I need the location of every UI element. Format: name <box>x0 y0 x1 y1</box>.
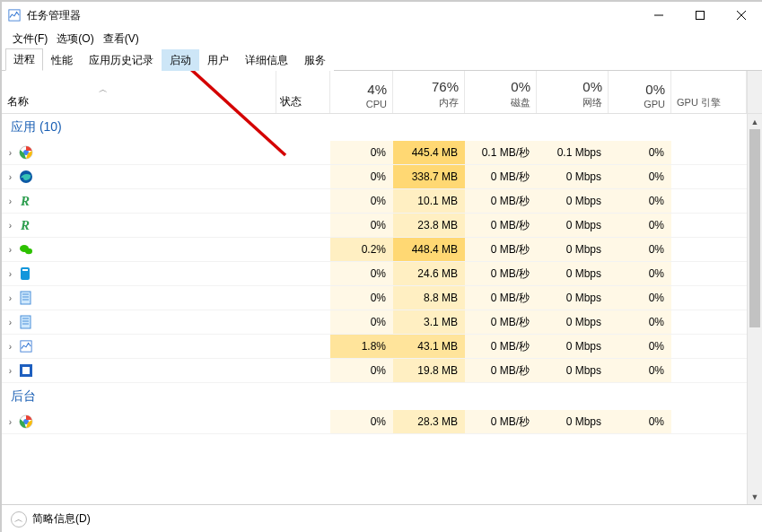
scroll-track[interactable] <box>748 129 762 489</box>
expand-icon[interactable]: › <box>5 417 15 427</box>
column-headers: 名称 ︿ 状态 4% CPU 76% 内存 0% 磁盘 0% 网络 0% GPU… <box>2 71 762 114</box>
vertical-scrollbar[interactable]: ▲ ▼ <box>747 114 762 504</box>
process-row[interactable]: ›R0%10.1 MB0 MB/秒0 Mbps0% <box>2 189 762 214</box>
tab-details[interactable]: 详细信息 <box>237 49 296 71</box>
process-disk-cell: 0 MB/秒 <box>465 410 537 433</box>
process-disk-cell: 0 MB/秒 <box>465 286 537 310</box>
process-row[interactable]: ›0.2%448.4 MB0 MB/秒0 Mbps0% <box>2 238 762 262</box>
process-row[interactable]: ›1.8%43.1 MB0 MB/秒0 Mbps0% <box>2 335 762 359</box>
process-cpu-cell: 0% <box>330 141 393 164</box>
process-cpu-cell: 0% <box>330 189 393 213</box>
process-disk-cell: 0 MB/秒 <box>465 214 537 237</box>
process-name-cell: › <box>2 339 276 353</box>
expand-icon[interactable]: › <box>5 172 15 182</box>
process-icon <box>19 145 33 160</box>
col-header-status[interactable]: 状态 <box>276 71 330 113</box>
tab-startup[interactable]: 启动 <box>162 49 199 71</box>
col-header-gpu-engine[interactable]: GPU 引擎 <box>671 71 747 113</box>
process-network-cell: 0 Mbps <box>537 359 609 382</box>
cpu-total-pct: 4% <box>367 82 387 97</box>
fewer-details-toggle[interactable]: ︿ <box>11 511 27 528</box>
col-header-name-label: 名称 <box>7 94 29 109</box>
process-icon <box>19 315 33 329</box>
col-header-cpu[interactable]: 4% CPU <box>330 71 393 113</box>
expand-icon[interactable]: › <box>5 293 15 303</box>
process-row[interactable]: ›0%28.3 MB0 MB/秒0 Mbps0% <box>2 410 762 434</box>
expand-icon[interactable]: › <box>5 245 15 255</box>
svg-point-11 <box>25 249 32 254</box>
process-cpu-cell: 1.8% <box>330 335 393 358</box>
process-gpu-cell: 0% <box>609 238 671 261</box>
window-buttons <box>638 2 762 29</box>
scroll-thumb[interactable] <box>749 129 760 327</box>
process-cpu-cell: 0% <box>330 262 393 285</box>
process-gpu-cell: 0% <box>609 410 671 433</box>
col-header-disk[interactable]: 0% 磁盘 <box>465 71 537 113</box>
tab-performance[interactable]: 性能 <box>43 49 81 71</box>
menu-options[interactable]: 选项(O) <box>53 31 97 48</box>
svg-rect-14 <box>21 292 31 304</box>
menu-file[interactable]: 文件(F) <box>9 31 51 48</box>
minimize-button[interactable] <box>638 2 679 29</box>
process-row[interactable]: ›0%19.8 MB0 MB/秒0 Mbps0% <box>2 359 762 383</box>
process-disk-cell: 0 MB/秒 <box>465 165 537 188</box>
col-header-name[interactable]: 名称 ︿ <box>2 71 276 113</box>
expand-icon[interactable]: › <box>5 366 15 376</box>
process-cpu-cell: 0% <box>330 165 393 188</box>
process-gpu-cell: 0% <box>609 310 671 334</box>
col-header-memory[interactable]: 76% 内存 <box>393 71 465 113</box>
scroll-up-icon[interactable]: ▲ <box>748 114 762 129</box>
process-gpu-cell: 0% <box>609 189 671 213</box>
group-apps[interactable]: 应用 (10) <box>2 114 762 141</box>
expand-icon[interactable]: › <box>5 342 15 352</box>
scroll-down-icon[interactable]: ▼ <box>748 489 762 504</box>
process-icon <box>19 339 33 353</box>
expand-icon[interactable]: › <box>5 318 15 327</box>
expand-icon[interactable]: › <box>5 148 15 158</box>
process-row[interactable]: ›0%8.8 MB0 MB/秒0 Mbps0% <box>2 286 762 310</box>
process-row[interactable]: ›R0%23.8 MB0 MB/秒0 Mbps0% <box>2 214 762 238</box>
process-network-cell: 0 Mbps <box>537 165 609 188</box>
process-network-cell: 0 Mbps <box>537 262 609 285</box>
titlebar: 任务管理器 <box>2 2 762 29</box>
svg-rect-13 <box>22 269 28 271</box>
process-disk-cell: 0 MB/秒 <box>465 359 537 382</box>
mem-label: 内存 <box>439 96 459 109</box>
process-row[interactable]: ›0%445.4 MB0.1 MB/秒0.1 Mbps0% <box>2 141 762 165</box>
process-gpu-cell: 0% <box>609 262 671 285</box>
process-row[interactable]: ›0%338.7 MB0 MB/秒0 Mbps0% <box>2 165 762 189</box>
group-background[interactable]: 后台 <box>2 383 762 410</box>
svg-rect-18 <box>21 316 31 328</box>
process-icon: R <box>19 218 33 232</box>
svg-rect-24 <box>22 367 30 374</box>
tab-users[interactable]: 用户 <box>199 49 237 71</box>
expand-icon[interactable]: › <box>5 269 15 279</box>
process-icon: R <box>19 194 33 208</box>
expand-icon[interactable]: › <box>5 221 15 231</box>
tab-processes[interactable]: 进程 <box>5 48 43 71</box>
tabs: 进程 性能 应用历史记录 启动 用户 详细信息 服务 <box>2 51 762 71</box>
footer: ︿ 简略信息(D) <box>2 504 762 532</box>
process-cpu-cell: 0% <box>330 214 393 237</box>
tab-app-history[interactable]: 应用历史记录 <box>81 49 162 71</box>
process-network-cell: 0 Mbps <box>537 286 609 310</box>
col-header-network[interactable]: 0% 网络 <box>537 71 609 113</box>
process-disk-cell: 0 MB/秒 <box>465 189 537 213</box>
process-row[interactable]: ›0%24.6 MB0 MB/秒0 Mbps0% <box>2 262 762 286</box>
process-memory-cell: 19.8 MB <box>393 359 465 382</box>
process-memory-cell: 338.7 MB <box>393 165 465 188</box>
process-memory-cell: 43.1 MB <box>393 335 465 358</box>
menu-view[interactable]: 查看(V) <box>100 31 143 48</box>
process-icon <box>19 414 33 429</box>
maximize-button[interactable] <box>679 2 721 29</box>
group-background-label: 后台 <box>2 388 762 405</box>
disk-total-pct: 0% <box>511 79 530 94</box>
process-network-cell: 0 Mbps <box>537 310 609 334</box>
process-memory-cell: 8.8 MB <box>393 286 465 310</box>
col-header-gpu[interactable]: 0% GPU <box>609 71 671 113</box>
close-button[interactable] <box>721 2 762 29</box>
tab-services[interactable]: 服务 <box>296 49 334 71</box>
process-row[interactable]: ›0%3.1 MB0 MB/秒0 Mbps0% <box>2 310 762 335</box>
expand-icon[interactable]: › <box>5 196 15 206</box>
process-network-cell: 0 Mbps <box>537 410 609 433</box>
